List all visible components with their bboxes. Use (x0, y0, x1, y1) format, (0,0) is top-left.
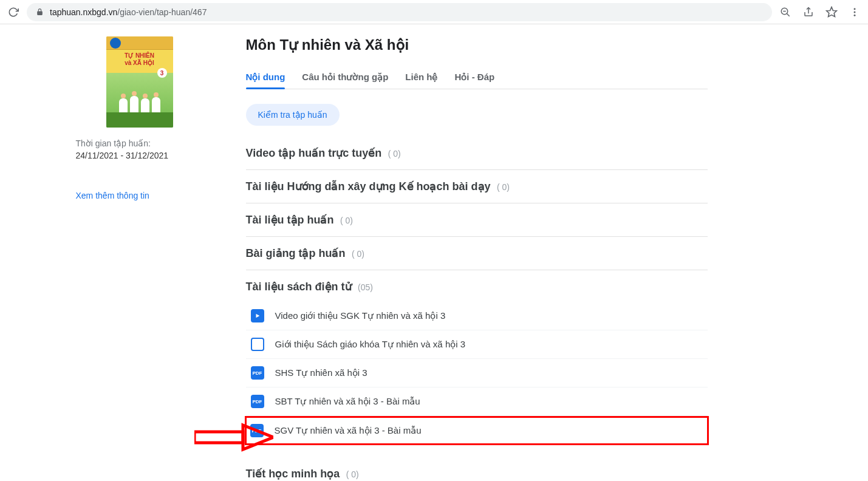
reload-icon[interactable] (7, 6, 19, 18)
section-count: ( 0) (340, 216, 353, 225)
section-huong-dan-ke-hoach[interactable]: Tài liệu Hướng dẫn xây dựng Kế hoạch bài… (246, 170, 708, 203)
svg-point-7 (854, 14, 856, 16)
svg-line-1 (787, 13, 790, 16)
tab-noi-dung[interactable]: Nội dung (246, 66, 285, 89)
training-time-label: Thời gian tập huấn: (76, 138, 151, 148)
section-tai-lieu-tap-huan[interactable]: Tài liệu tập huấn ( 0) (246, 203, 708, 237)
list-item[interactable]: PDF SHS Tự nhiên xã hội 3 (246, 359, 708, 387)
more-info-link[interactable]: Xem thêm thông tin (76, 191, 149, 200)
training-time-range: 24/11/2021 - 31/12/2021 (76, 151, 169, 160)
item-label: SBT Tự nhiên và xã hội 3 - Bài mẫu (275, 396, 420, 407)
section-title: Tài liệu tập huấn (246, 214, 334, 226)
section-title: Tiết học minh họa (246, 468, 340, 480)
main-content: Môn Tự nhiên và Xã hội Nội dung Câu hỏi … (246, 36, 708, 481)
list-item[interactable]: PDF SBT Tự nhiên và xã hội 3 - Bài mẫu (246, 387, 708, 416)
section-tiet-hoc-minh-hoa[interactable]: Tiết học minh họa ( 0) (246, 455, 708, 481)
tab-cau-hoi-thuong-gap[interactable]: Câu hỏi thường gặp (302, 66, 388, 89)
book-cover: TỰ NHIÊN và XÃ HỘI 3 (106, 36, 173, 128)
lock-icon (35, 8, 44, 16)
section-tai-lieu-sach-dien-tu: Tài liệu sách điện tử (05) Video giới th… (246, 270, 708, 455)
tab-lien-he[interactable]: Liên hệ (405, 66, 437, 89)
item-label: Video giới thiệu SGK Tự nhiên và xã hội … (275, 310, 446, 321)
svg-marker-4 (827, 7, 837, 16)
url-bar[interactable]: taphuan.nxbgd.vn/giao-vien/tap-huan/467 (27, 3, 772, 21)
item-label: Giới thiệu Sách giáo khóa Tự nhiên và xã… (275, 339, 466, 350)
slide-icon (251, 338, 264, 351)
check-training-button[interactable]: Kiểm tra tập huấn (246, 104, 340, 126)
section-bai-giang-tap-huan[interactable]: Bài giảng tập huấn ( 0) (246, 237, 708, 270)
section-video-truc-tuyen[interactable]: Video tập huấn trực tuyến ( 0) (246, 137, 708, 170)
zoom-out-icon[interactable] (779, 6, 791, 18)
section-count: ( 0) (497, 182, 510, 192)
section-title: Tài liệu sách điện tử (246, 281, 352, 293)
section-count: ( 0) (388, 149, 401, 159)
url-text: taphuan.nxbgd.vn/giao-vien/tap-huan/467 (50, 7, 207, 17)
item-label: SGV Tự nhiên và xã hội 3 - Bài mẫu (275, 425, 422, 436)
tab-hoi-dap[interactable]: Hỏi - Đáp (454, 66, 494, 89)
page-title: Môn Tự nhiên và Xã hội (246, 36, 708, 53)
play-icon (251, 309, 264, 322)
pdf-icon: PDF (251, 366, 264, 380)
book-title-line1: TỰ NHIÊN (106, 52, 173, 60)
svg-point-6 (854, 11, 856, 13)
section-count: ( 0) (346, 469, 359, 479)
svg-point-5 (854, 8, 856, 10)
menu-dots-icon[interactable] (849, 6, 861, 18)
svg-marker-8 (256, 314, 259, 318)
pdf-icon: PDF (250, 424, 264, 437)
list-item[interactable]: Video giới thiệu SGK Tự nhiên và xã hội … (246, 302, 708, 330)
section-title: Video tập huấn trực tuyến (246, 147, 382, 159)
tabs: Nội dung Câu hỏi thường gặp Liên hệ Hỏi … (246, 66, 708, 89)
list-item-highlighted[interactable]: PDF SGV Tự nhiên và xã hội 3 - Bài mẫu (245, 416, 709, 445)
book-number: 3 (157, 68, 167, 78)
pdf-icon: PDF (251, 395, 264, 408)
section-title: Tài liệu Hướng dẫn xây dựng Kế hoạch bài… (246, 180, 491, 193)
section-count: (05) (358, 282, 373, 292)
section-count: ( 0) (352, 249, 364, 259)
sidebar: TỰ NHIÊN và XÃ HỘI 3 Thời gian tập huấn:… (70, 36, 203, 481)
item-label: SHS Tự nhiên xã hội 3 (275, 367, 367, 378)
share-icon[interactable] (802, 6, 815, 18)
browser-toolbar: taphuan.nxbgd.vn/giao-vien/tap-huan/467 (0, 0, 868, 24)
star-icon[interactable] (825, 6, 838, 18)
list-item[interactable]: Giới thiệu Sách giáo khóa Tự nhiên và xã… (246, 330, 708, 359)
book-title-line2: và XÃ HỘI (106, 60, 173, 67)
section-title: Bài giảng tập huấn (246, 247, 346, 259)
